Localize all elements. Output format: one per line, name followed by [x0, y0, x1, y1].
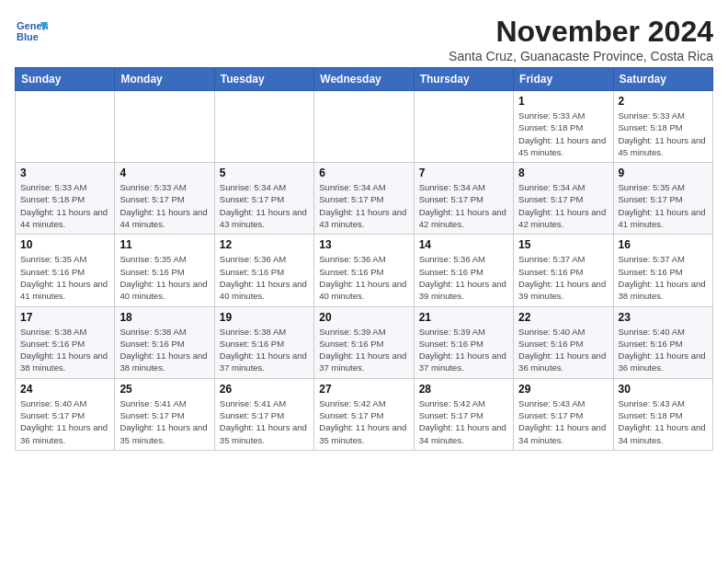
- week-row-5: 24Sunrise: 5:40 AM Sunset: 5:17 PM Dayli…: [16, 378, 713, 450]
- calendar-cell: [314, 91, 414, 163]
- calendar-cell: 17Sunrise: 5:38 AM Sunset: 5:16 PM Dayli…: [16, 306, 115, 378]
- day-number: 4: [119, 167, 209, 179]
- day-info: Sunrise: 5:35 AM Sunset: 5:17 PM Dayligh…: [619, 181, 708, 230]
- day-info: Sunrise: 5:35 AM Sunset: 5:16 PM Dayligh…: [20, 253, 109, 302]
- calendar-cell: 2Sunrise: 5:33 AM Sunset: 5:18 PM Daylig…: [613, 91, 712, 163]
- day-number: 15: [518, 238, 608, 251]
- week-row-2: 3Sunrise: 5:33 AM Sunset: 5:18 PM Daylig…: [16, 163, 713, 235]
- day-info: Sunrise: 5:39 AM Sunset: 5:16 PM Dayligh…: [419, 326, 508, 374]
- day-info: Sunrise: 5:34 AM Sunset: 5:17 PM Dayligh…: [419, 181, 508, 230]
- day-info: Sunrise: 5:41 AM Sunset: 5:17 PM Dayligh…: [220, 397, 309, 446]
- page-header: General Blue November 2024 Santa Cruz, G…: [15, 15, 713, 63]
- day-number: 25: [119, 383, 209, 396]
- calendar-cell: 12Sunrise: 5:36 AM Sunset: 5:16 PM Dayli…: [214, 235, 313, 306]
- calendar-cell: 9Sunrise: 5:35 AM Sunset: 5:17 PM Daylig…: [613, 163, 712, 235]
- calendar-cell: 3Sunrise: 5:33 AM Sunset: 5:18 PM Daylig…: [16, 163, 115, 235]
- week-row-3: 10Sunrise: 5:35 AM Sunset: 5:16 PM Dayli…: [16, 235, 713, 306]
- calendar-cell: 21Sunrise: 5:39 AM Sunset: 5:16 PM Dayli…: [414, 306, 513, 378]
- day-number: 12: [220, 238, 309, 251]
- day-info: Sunrise: 5:38 AM Sunset: 5:16 PM Dayligh…: [119, 326, 209, 374]
- day-info: Sunrise: 5:33 AM Sunset: 5:18 PM Dayligh…: [20, 181, 109, 230]
- calendar-cell: [16, 91, 115, 163]
- day-info: Sunrise: 5:33 AM Sunset: 5:18 PM Dayligh…: [619, 109, 708, 158]
- day-number: 13: [319, 238, 408, 251]
- day-info: Sunrise: 5:43 AM Sunset: 5:18 PM Dayligh…: [619, 397, 708, 446]
- calendar-table: SundayMondayTuesdayWednesdayThursdayFrid…: [15, 67, 713, 451]
- day-info: Sunrise: 5:34 AM Sunset: 5:17 PM Dayligh…: [220, 181, 309, 230]
- day-number: 26: [220, 383, 309, 396]
- day-info: Sunrise: 5:34 AM Sunset: 5:17 PM Dayligh…: [319, 181, 408, 230]
- calendar-cell: 7Sunrise: 5:34 AM Sunset: 5:17 PM Daylig…: [414, 163, 513, 235]
- day-info: Sunrise: 5:39 AM Sunset: 5:16 PM Dayligh…: [319, 326, 408, 374]
- day-info: Sunrise: 5:43 AM Sunset: 5:17 PM Dayligh…: [518, 397, 608, 446]
- weekday-header-friday: Friday: [514, 68, 613, 91]
- calendar-cell: 27Sunrise: 5:42 AM Sunset: 5:17 PM Dayli…: [314, 378, 414, 450]
- week-row-4: 17Sunrise: 5:38 AM Sunset: 5:16 PM Dayli…: [16, 306, 713, 378]
- calendar-cell: 16Sunrise: 5:37 AM Sunset: 5:16 PM Dayli…: [613, 235, 712, 306]
- calendar-cell: 23Sunrise: 5:40 AM Sunset: 5:16 PM Dayli…: [613, 306, 712, 378]
- day-info: Sunrise: 5:36 AM Sunset: 5:16 PM Dayligh…: [220, 253, 309, 302]
- logo: General Blue: [15, 15, 48, 48]
- calendar-cell: 26Sunrise: 5:41 AM Sunset: 5:17 PM Dayli…: [214, 378, 313, 450]
- day-info: Sunrise: 5:40 AM Sunset: 5:16 PM Dayligh…: [518, 326, 608, 374]
- calendar-cell: 24Sunrise: 5:40 AM Sunset: 5:17 PM Dayli…: [16, 378, 115, 450]
- day-number: 17: [20, 311, 109, 324]
- calendar-cell: 13Sunrise: 5:36 AM Sunset: 5:16 PM Dayli…: [314, 235, 414, 306]
- day-info: Sunrise: 5:34 AM Sunset: 5:17 PM Dayligh…: [518, 181, 608, 230]
- calendar-cell: 18Sunrise: 5:38 AM Sunset: 5:16 PM Dayli…: [115, 306, 214, 378]
- day-number: 11: [119, 238, 209, 251]
- day-number: 22: [518, 311, 608, 324]
- location-subtitle: Santa Cruz, Guanacaste Province, Costa R…: [449, 49, 713, 63]
- day-number: 5: [220, 167, 309, 179]
- weekday-header-thursday: Thursday: [414, 68, 513, 91]
- calendar-cell: 14Sunrise: 5:36 AM Sunset: 5:16 PM Dayli…: [414, 235, 513, 306]
- title-block: November 2024 Santa Cruz, Guanacaste Pro…: [449, 15, 713, 63]
- weekday-header-sunday: Sunday: [16, 68, 115, 91]
- calendar-cell: [214, 91, 313, 163]
- day-number: 3: [20, 167, 109, 179]
- day-number: 10: [20, 238, 109, 251]
- day-number: 7: [419, 167, 508, 179]
- day-info: Sunrise: 5:36 AM Sunset: 5:16 PM Dayligh…: [319, 253, 408, 302]
- day-info: Sunrise: 5:40 AM Sunset: 5:17 PM Dayligh…: [20, 397, 109, 446]
- day-number: 8: [518, 167, 608, 179]
- calendar-cell: 19Sunrise: 5:38 AM Sunset: 5:16 PM Dayli…: [214, 306, 313, 378]
- day-number: 30: [619, 383, 708, 396]
- calendar-cell: 4Sunrise: 5:33 AM Sunset: 5:17 PM Daylig…: [115, 163, 214, 235]
- day-number: 23: [619, 311, 708, 324]
- day-info: Sunrise: 5:42 AM Sunset: 5:17 PM Dayligh…: [319, 397, 408, 446]
- day-number: 9: [619, 167, 708, 179]
- logo-icon: General Blue: [15, 15, 48, 48]
- day-number: 1: [518, 95, 608, 108]
- week-row-1: 1Sunrise: 5:33 AM Sunset: 5:18 PM Daylig…: [16, 91, 713, 163]
- calendar-cell: 10Sunrise: 5:35 AM Sunset: 5:16 PM Dayli…: [16, 235, 115, 306]
- calendar-cell: [414, 91, 513, 163]
- day-info: Sunrise: 5:37 AM Sunset: 5:16 PM Dayligh…: [619, 253, 708, 302]
- calendar-cell: 20Sunrise: 5:39 AM Sunset: 5:16 PM Dayli…: [314, 306, 414, 378]
- day-number: 19: [220, 311, 309, 324]
- day-number: 24: [20, 383, 109, 396]
- day-info: Sunrise: 5:40 AM Sunset: 5:16 PM Dayligh…: [619, 326, 708, 374]
- day-info: Sunrise: 5:38 AM Sunset: 5:16 PM Dayligh…: [220, 326, 309, 374]
- day-info: Sunrise: 5:41 AM Sunset: 5:17 PM Dayligh…: [119, 397, 209, 446]
- calendar-cell: 15Sunrise: 5:37 AM Sunset: 5:16 PM Dayli…: [514, 235, 613, 306]
- weekday-header-saturday: Saturday: [613, 68, 712, 91]
- calendar-cell: 25Sunrise: 5:41 AM Sunset: 5:17 PM Dayli…: [115, 378, 214, 450]
- day-info: Sunrise: 5:38 AM Sunset: 5:16 PM Dayligh…: [20, 326, 109, 374]
- weekday-header-wednesday: Wednesday: [314, 68, 414, 91]
- weekday-header-tuesday: Tuesday: [214, 68, 313, 91]
- day-info: Sunrise: 5:33 AM Sunset: 5:17 PM Dayligh…: [119, 181, 209, 230]
- calendar-cell: 11Sunrise: 5:35 AM Sunset: 5:16 PM Dayli…: [115, 235, 214, 306]
- day-number: 29: [518, 383, 608, 396]
- calendar-cell: 1Sunrise: 5:33 AM Sunset: 5:18 PM Daylig…: [514, 91, 613, 163]
- day-number: 6: [319, 167, 408, 179]
- calendar-cell: 6Sunrise: 5:34 AM Sunset: 5:17 PM Daylig…: [314, 163, 414, 235]
- day-number: 28: [419, 383, 508, 396]
- calendar-cell: [115, 91, 214, 163]
- weekday-header-row: SundayMondayTuesdayWednesdayThursdayFrid…: [16, 68, 713, 91]
- month-title: November 2024: [449, 15, 713, 49]
- day-number: 16: [619, 238, 708, 251]
- svg-text:Blue: Blue: [17, 31, 39, 42]
- day-info: Sunrise: 5:37 AM Sunset: 5:16 PM Dayligh…: [518, 253, 608, 302]
- day-number: 18: [119, 311, 209, 324]
